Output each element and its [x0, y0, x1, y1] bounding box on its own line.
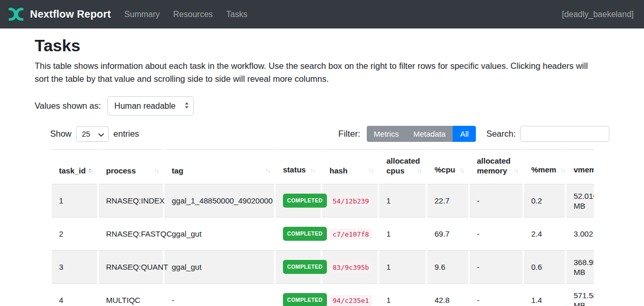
filter-search-controls: Filter: MetricsMetadataAll Search: [338, 126, 609, 142]
tasks-table-wrapper[interactable]: task_id↑↓process↑↓tag↑↓status↑↓hash↑↓all… [50, 149, 594, 306]
filter-button-metadata[interactable]: Metadata [406, 126, 453, 142]
cell-task_id: 2 [52, 217, 97, 250]
table-row: 3RNASEQ:QUANTggal_gutCOMPLETED83/9c395b1… [52, 250, 594, 283]
cell-allocated_memory: - [470, 283, 522, 306]
table-row: 2RNASEQ:FASTQCggal_gutCOMPLETEDc7/e107f8… [52, 217, 594, 250]
show-entries-control: Show 25 entries [50, 126, 139, 142]
column-header-hash[interactable]: hash↑↓ [322, 149, 378, 184]
cell-pct_mem: 0.2 [524, 184, 565, 217]
sort-icon: ↑↓ [310, 167, 314, 174]
brand-link[interactable]: Nextflow Report [7, 7, 111, 21]
search-input[interactable] [520, 126, 609, 142]
page-description: This table shows information about each … [35, 60, 603, 85]
cell-status: COMPLETED [276, 250, 321, 283]
filter-label: Filter: [338, 129, 361, 139]
cell-process: MULTIQC [99, 283, 163, 306]
navbar: Nextflow Report Summary Resources Tasks … [0, 0, 644, 28]
cell-tag: ggal_gut [164, 217, 274, 250]
hash-code: 54/12b239 [330, 196, 372, 207]
run-name: [deadly_baekeland] [562, 10, 634, 19]
nav-links: Summary Resources Tasks [124, 10, 247, 19]
cell-pct_cpu: 22.7 [427, 184, 468, 217]
column-label: %cpu [435, 165, 455, 174]
cell-allocated_memory: - [470, 184, 522, 217]
cell-status: COMPLETED [276, 217, 321, 250]
cell-pct_cpu: 42.8 [427, 283, 468, 306]
cell-vmem: 3.002 [566, 217, 594, 250]
cell-tag: ggal_1_48850000_49020000 [164, 184, 274, 217]
column-header-status[interactable]: status↑↓ [276, 149, 321, 184]
nav-link-resources[interactable]: Resources [173, 10, 213, 19]
column-header-task_id[interactable]: task_id↑↓ [52, 149, 97, 184]
column-label: tag [172, 166, 184, 175]
column-header-vmem[interactable]: vmem↑↓ [566, 149, 594, 184]
table-body: 1RNASEQ:INDEXggal_1_48850000_49020000COM… [52, 184, 594, 306]
sort-icon: ↑↓ [265, 166, 270, 176]
status-badge: COMPLETED [283, 260, 327, 274]
column-header-pct_mem[interactable]: %mem↑↓ [524, 149, 565, 184]
sort-icon: ↑↓ [417, 166, 422, 176]
cell-hash: 83/9c395b [322, 250, 378, 283]
cell-pct_cpu: 69.7 [427, 217, 468, 250]
status-badge: COMPLETED [283, 293, 327, 306]
cell-process: RNASEQ:INDEX [99, 184, 163, 217]
cell-tag: ggal_gut [164, 250, 274, 283]
column-label: allocated cpus [386, 156, 420, 175]
filter-button-group: MetricsMetadataAll [367, 126, 476, 142]
cell-allocated_cpus: 1 [379, 283, 426, 306]
nav-link-tasks[interactable]: Tasks [226, 10, 247, 19]
column-header-allocated_memory[interactable]: allocated memory↑↓ [470, 149, 522, 184]
page-title: Tasks [35, 36, 609, 55]
cell-vmem: 571.58 MB [566, 283, 594, 306]
column-label: vmem [574, 165, 594, 174]
filter-button-metrics[interactable]: Metrics [367, 126, 406, 142]
cell-status: COMPLETED [276, 283, 321, 306]
cell-allocated_cpus: 1 [379, 184, 426, 217]
cell-allocated_memory: - [470, 217, 522, 250]
tasks-table: task_id↑↓process↑↓tag↑↓status↑↓hash↑↓all… [50, 149, 594, 306]
status-badge: COMPLETED [283, 227, 327, 241]
show-label: Show [50, 129, 71, 139]
header-row: task_id↑↓process↑↓tag↑↓status↑↓hash↑↓all… [52, 149, 594, 184]
column-label: task_id [59, 166, 86, 175]
page-length-select[interactable]: 25 [76, 126, 109, 142]
column-header-process[interactable]: process↑↓ [99, 149, 163, 184]
cell-task_id: 4 [52, 283, 97, 306]
nextflow-logo-icon [7, 7, 25, 21]
sort-icon: ↑↓ [514, 166, 518, 176]
filter-button-all[interactable]: All [453, 126, 476, 142]
table-row: 1RNASEQ:INDEXggal_1_48850000_49020000COM… [52, 184, 594, 217]
cell-task_id: 3 [52, 250, 97, 283]
sort-icon: ↑↓ [154, 166, 159, 176]
cell-hash: c7/e107f8 [322, 217, 378, 250]
column-header-pct_cpu[interactable]: %cpu↑↓ [427, 149, 468, 184]
sort-icon: ↑↓ [459, 167, 464, 174]
nav-link-summary[interactable]: Summary [124, 10, 159, 19]
cell-hash: 94/c235e1 [322, 283, 378, 306]
column-label: process [106, 166, 136, 175]
tasks-section: Show 25 entries Filter: MetricsMetadataA… [50, 126, 609, 306]
sort-icon: ↑↓ [560, 167, 565, 174]
search-label: Search: [486, 129, 516, 139]
sort-icon: ↑↓ [88, 166, 93, 176]
status-badge: COMPLETED [283, 194, 327, 208]
column-label: %mem [531, 165, 556, 174]
cell-task_id: 1 [52, 184, 97, 217]
entries-label: entries [113, 129, 139, 139]
cell-status: COMPLETED [276, 184, 321, 217]
values-shown-select[interactable]: Human readable [107, 96, 194, 115]
column-label: status [283, 165, 306, 174]
cell-vmem: 52.016 MB [566, 184, 594, 217]
cell-process: RNASEQ:QUANT [99, 250, 163, 283]
cell-allocated_cpus: 1 [379, 217, 426, 250]
column-header-tag[interactable]: tag↑↓ [164, 149, 274, 184]
cell-pct_mem: 1.4 [524, 283, 565, 306]
column-header-allocated_cpus[interactable]: allocated cpus↑↓ [379, 149, 426, 184]
table-controls: Show 25 entries Filter: MetricsMetadataA… [50, 126, 609, 142]
cell-pct_mem: 0.6 [524, 250, 565, 283]
column-label: allocated memory [477, 156, 511, 175]
cell-pct_mem: 2.4 [524, 217, 565, 250]
cell-pct_cpu: 9.6 [427, 250, 468, 283]
values-shown-row: Values shown as: Human readable [35, 96, 609, 115]
brand-title: Nextflow Report [30, 8, 111, 20]
